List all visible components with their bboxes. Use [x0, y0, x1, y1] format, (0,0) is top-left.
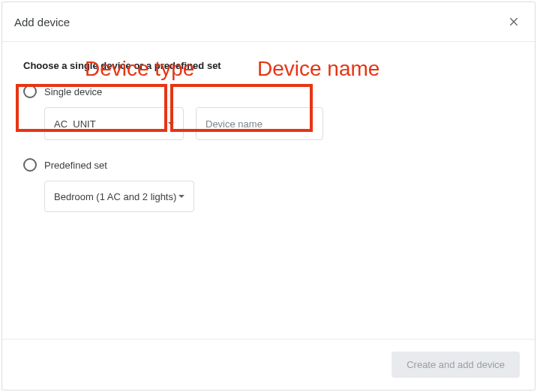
chevron-down-icon: [168, 122, 174, 125]
section-label: Choose a single device or a predefined s…: [23, 60, 514, 71]
add-device-dialog: Add device Choose a single device or a p…: [2, 1, 536, 391]
dialog-title: Add device: [14, 16, 70, 28]
predefined-set-value: Bedroom (1 AC and 2 lights): [54, 191, 178, 202]
predefined-set-select[interactable]: Bedroom (1 AC and 2 lights): [44, 181, 194, 212]
dialog-body: Choose a single device or a predefined s…: [2, 42, 535, 339]
single-device-label: Single device: [44, 86, 102, 97]
dialog-footer: Create and add device: [2, 339, 535, 390]
dialog-header: Add device: [2, 2, 535, 42]
single-device-option[interactable]: Single device: [23, 85, 514, 98]
predefined-set-option[interactable]: Predefined set: [23, 158, 514, 172]
device-type-value: AC_UNIT: [54, 118, 168, 130]
close-button[interactable]: [505, 13, 523, 31]
chevron-down-icon: [178, 195, 184, 198]
create-add-device-button[interactable]: Create and add device: [392, 352, 520, 378]
radio-single-device[interactable]: [23, 85, 37, 98]
close-icon: [508, 16, 520, 28]
device-name-input[interactable]: [196, 107, 323, 140]
predefined-set-label: Predefined set: [44, 160, 107, 171]
device-type-select[interactable]: AC_UNIT: [44, 107, 184, 140]
radio-predefined-set[interactable]: [23, 158, 37, 172]
